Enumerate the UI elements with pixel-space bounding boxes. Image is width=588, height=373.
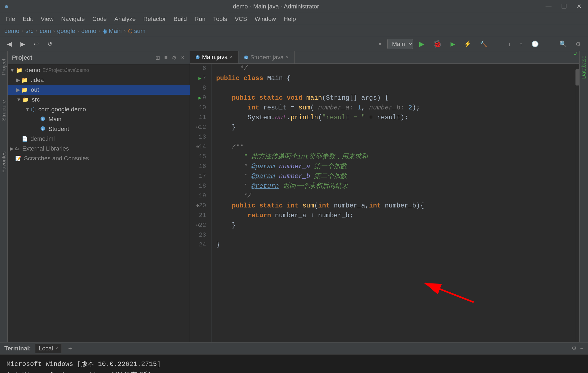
breadcrumb-sum[interactable]: sum — [134, 27, 146, 35]
terminal-tab-local[interactable]: Local × — [35, 344, 62, 353]
line-16: 16 — [190, 162, 208, 172]
menu-file[interactable]: File — [2, 14, 18, 24]
menu-window[interactable]: Window — [251, 14, 279, 24]
terminal-content[interactable]: Microsoft Windows [版本 10.0.22621.2715] (… — [0, 354, 588, 373]
fold-14[interactable]: ⊖ — [196, 142, 199, 152]
project-panel-title: Project — [12, 54, 32, 61]
project-tab[interactable]: Project — [0, 56, 8, 78]
panel-close-btn[interactable]: × — [180, 53, 185, 62]
maximize-button[interactable]: ❐ — [559, 2, 569, 11]
terminal-add-tab-btn[interactable]: + — [66, 344, 74, 353]
terminal-settings-btn[interactable]: ⚙ — [571, 345, 577, 352]
panel-settings-btn[interactable]: ⚙ — [171, 53, 178, 62]
vcs-update-btn[interactable]: ↓ — [505, 39, 514, 49]
scrollbar-thumb[interactable] — [575, 69, 579, 85]
tree-root-demo[interactable]: ▼ 📁 demo E:\Project\Java\demo — [8, 65, 190, 75]
code-line-17: * @param number_b 第二个加数 — [216, 172, 575, 181]
tree-item-scratches[interactable]: 📝 Scratches and Consoles — [8, 154, 190, 163]
menu-run[interactable]: Run — [191, 14, 209, 24]
line-15: 15 — [190, 152, 208, 162]
terminal-local-close[interactable]: × — [55, 346, 58, 351]
favorites-tab[interactable]: Favorites — [0, 148, 8, 176]
tab-main-java[interactable]: C Main.java × — [190, 51, 238, 63]
tree-src-label: src — [32, 96, 40, 103]
tab-student-java[interactable]: C Student.java × — [238, 51, 295, 63]
tree-item-out[interactable]: ▶ 📁 out — [8, 85, 190, 95]
editor-scrollbar[interactable]: ✓ — [575, 64, 579, 342]
line-21: 21 — [190, 211, 208, 221]
minimize-button[interactable]: — — [543, 2, 554, 11]
toolbar-back-btn[interactable]: ◀ — [4, 39, 14, 49]
close-button[interactable]: ✕ — [574, 2, 584, 11]
line-17: 17 — [190, 172, 208, 181]
settings-btn[interactable]: ⚙ — [573, 39, 584, 49]
menu-code[interactable]: Code — [89, 14, 110, 24]
menu-navigate[interactable]: Navigate — [58, 14, 88, 24]
code-content[interactable]: */ public class Main { public static voi… — [212, 64, 575, 342]
breadcrumb-sep-4: › — [77, 28, 79, 34]
line-19: 19 — [190, 191, 208, 201]
run-gutter-9[interactable]: ▶ — [198, 93, 201, 103]
structure-tab[interactable]: Structure — [0, 97, 8, 124]
run-gutter-7[interactable]: ▶ — [198, 74, 201, 83]
tree-item-idea[interactable]: ▶ 📁 .idea — [8, 75, 190, 85]
tree-item-student[interactable]: C Student — [8, 124, 190, 134]
tree-item-src[interactable]: ▼ 📁 src — [8, 95, 190, 105]
run-coverage-button[interactable]: ▶ — [448, 39, 458, 49]
fold-12[interactable]: ⊖ — [196, 123, 199, 132]
tree-item-ext-lib[interactable]: ▶ 🗂 External Libraries — [8, 144, 190, 154]
breadcrumb-demo[interactable]: demo — [4, 27, 19, 35]
menu-edit[interactable]: Edit — [19, 14, 36, 24]
run-config-select[interactable]: Main — [387, 39, 413, 49]
code-line-14: /** — [216, 142, 575, 152]
add-config-btn[interactable]: ▾ — [376, 39, 384, 49]
tab-student-java-label: Student.java — [250, 54, 284, 61]
title-bar-title: demo - Main.java - Administrator — [233, 3, 319, 10]
toolbar-revert-btn[interactable]: ↺ — [45, 39, 55, 49]
fold-22[interactable]: ⊖ — [196, 221, 199, 230]
profile-button[interactable]: ⚡ — [461, 39, 474, 49]
tree-root-label: demo — [25, 67, 40, 74]
build-button[interactable]: 🔨 — [477, 39, 490, 49]
toolbar-forward-btn[interactable]: ▶ — [18, 39, 28, 49]
editor-tabs: C Main.java × C Student.java × — [190, 51, 579, 64]
search-everywhere-btn[interactable]: 🔍 — [557, 39, 569, 49]
tree-item-main[interactable]: C Main — [8, 114, 190, 124]
menu-help[interactable]: Help — [280, 14, 299, 24]
app-logo: ● — [4, 2, 9, 11]
panel-expand-all-btn[interactable]: ⊞ — [154, 53, 161, 62]
menu-build[interactable]: Build — [170, 14, 190, 24]
line-6: 6 — [190, 64, 208, 74]
toolbar-refresh-btn[interactable]: ↩ — [31, 39, 41, 49]
breadcrumb-demo2[interactable]: demo — [81, 27, 96, 35]
vcs-push-btn[interactable]: ↑ — [517, 39, 525, 49]
tab-main-java-close[interactable]: × — [230, 54, 233, 60]
menu-refactor[interactable]: Refactor — [140, 14, 169, 24]
tree-item-package[interactable]: ▼ ⬡ com.google.demo — [8, 105, 190, 114]
tree-iml-label: demo.iml — [30, 135, 55, 142]
tree-item-iml[interactable]: 📄 demo.iml — [8, 134, 190, 144]
fold-20[interactable]: ⊖ — [196, 201, 199, 211]
menu-analyze[interactable]: Analyze — [111, 14, 139, 24]
menu-vcs[interactable]: VCS — [231, 14, 250, 24]
line-13: 13 — [190, 132, 208, 142]
debug-button[interactable]: 🐞 — [430, 38, 445, 50]
line-20: ⊖20 — [190, 201, 208, 211]
breadcrumb-com[interactable]: com — [40, 27, 51, 35]
toolbar-right: ▾ Main ▶ 🐞 ▶ ⚡ 🔨 ↓ ↑ 🕒 🔍 ⚙ — [376, 38, 584, 50]
code-editor[interactable]: 6 ▶7 8 ▶9 10 11 ⊖12 13 ⊖14 15 16 — [190, 64, 579, 342]
panel-collapse-all-btn[interactable]: ≡ — [163, 53, 169, 62]
vcs-history-btn[interactable]: 🕒 — [529, 39, 541, 49]
tab-student-java-close[interactable]: × — [286, 54, 289, 60]
code-line-13 — [216, 132, 575, 142]
menu-view[interactable]: View — [37, 14, 57, 24]
run-button[interactable]: ▶ — [416, 38, 427, 50]
menu-tools[interactable]: Tools — [210, 14, 230, 24]
code-line-15: * 此方法传递两个int类型参数，用来求和 — [216, 152, 575, 162]
breadcrumb-google[interactable]: google — [57, 27, 75, 35]
terminal-minimize-btn[interactable]: − — [580, 345, 584, 352]
database-tab[interactable]: Database — [580, 51, 588, 83]
breadcrumb-main[interactable]: Main — [109, 27, 122, 35]
title-bar-left: ● — [4, 2, 9, 11]
breadcrumb-src[interactable]: src — [26, 27, 33, 35]
